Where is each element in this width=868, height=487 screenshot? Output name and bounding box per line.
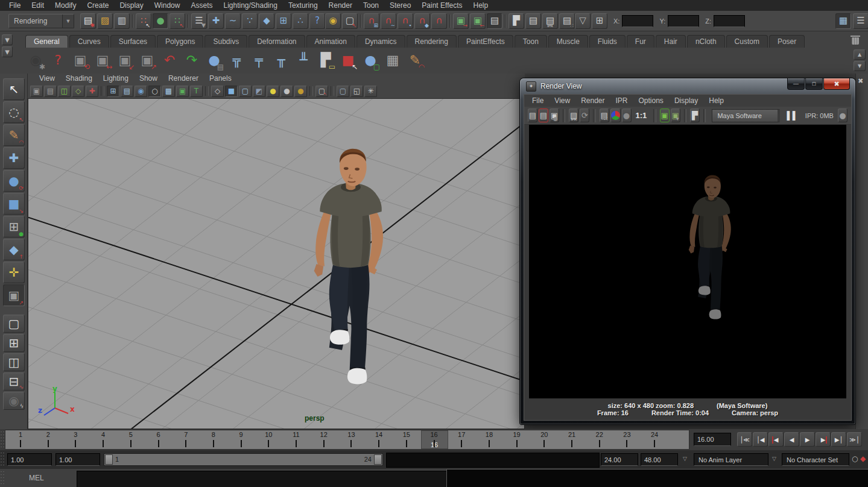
- save-scene-icon[interactable]: ▥: [114, 13, 130, 29]
- camera-dolly-icon[interactable]: ▣↙: [115, 50, 135, 71]
- menu-assets[interactable]: Assets: [185, 0, 218, 11]
- open-render-settings-icon[interactable]: ▛: [690, 108, 700, 122]
- new-scene-icon[interactable]: ▤✱: [80, 13, 96, 29]
- character-set-menu-icon[interactable]: ▽: [772, 456, 776, 462]
- shelf-menu-icon[interactable]: ▾: [2, 46, 13, 57]
- channel-slider-icon[interactable]: ☰: [853, 13, 868, 29]
- render-current-frame-icon[interactable]: ▤: [539, 108, 548, 122]
- bookmark-icon[interactable]: ◫: [58, 86, 71, 97]
- maximize-button[interactable]: □: [805, 78, 823, 90]
- graph-pane-layout-icon[interactable]: ⊟∿: [3, 372, 25, 391]
- menu-help[interactable]: Help: [468, 0, 494, 11]
- bounding-box-icon[interactable]: ▢: [239, 86, 252, 97]
- menu-show[interactable]: Show: [134, 74, 163, 84]
- render-image-canvas[interactable]: [529, 125, 846, 398]
- magnet-grid-icon[interactable]: ∩⊞: [364, 13, 379, 29]
- undo-view-change-icon[interactable]: ↶: [159, 50, 180, 71]
- close-button[interactable]: ✖: [823, 78, 850, 90]
- shelf-tab-general[interactable]: General: [25, 35, 68, 48]
- range-start-handle[interactable]: [105, 454, 113, 465]
- xray-icon[interactable]: ▢: [337, 86, 349, 97]
- auto-keyframe-icon[interactable]: ◆: [860, 454, 866, 463]
- camera-zoom-icon[interactable]: ▣↗: [137, 50, 157, 71]
- menu-options[interactable]: Options: [633, 95, 669, 107]
- safe-title-icon[interactable]: T: [190, 86, 203, 97]
- command-input[interactable]: [77, 471, 447, 487]
- shelf-tab-rendering[interactable]: Rendering: [407, 35, 457, 48]
- character-model[interactable]: [290, 145, 412, 395]
- select-tool-icon[interactable]: ↖: [3, 78, 25, 100]
- display-menu-icon[interactable]: ▽: [575, 13, 591, 29]
- animation-start-input[interactable]: [7, 453, 52, 466]
- menu-render[interactable]: Render: [323, 0, 358, 11]
- safe-action-icon[interactable]: ▣: [176, 86, 189, 97]
- assign-material-icon[interactable]: ■↖: [338, 50, 358, 71]
- select-component-icon[interactable]: ∷↖: [169, 13, 185, 29]
- pause-ipr-button[interactable]: ▌▌: [784, 111, 800, 120]
- output-connection-icon[interactable]: ▣←: [470, 13, 486, 29]
- shelf-tab-muscle[interactable]: Muscle: [548, 35, 588, 48]
- shelf-tab-ncloth[interactable]: nCloth: [687, 35, 725, 48]
- grid-toggle-icon[interactable]: ⊞: [107, 86, 119, 97]
- 2d-pan-zoom-icon[interactable]: ✚: [86, 86, 98, 97]
- playback-range-slider[interactable]: 1 24: [104, 453, 383, 466]
- unparent-nodes-icon[interactable]: ╨: [293, 50, 314, 71]
- menu-modify[interactable]: Modify: [49, 0, 81, 11]
- playback-start-input[interactable]: [55, 453, 100, 466]
- step-back-key-button[interactable]: ◀: [768, 432, 784, 447]
- rotate-tool-icon[interactable]: ●⟳: [3, 170, 25, 192]
- menu-texturing[interactable]: Texturing: [283, 0, 323, 11]
- character-set-select[interactable]: No Character Set: [782, 453, 849, 466]
- render-help-icon[interactable]: ?: [48, 50, 68, 71]
- play-forward-button[interactable]: ▶: [800, 432, 815, 447]
- default-light-icon[interactable]: ●: [280, 86, 293, 97]
- shelf-tab-hair[interactable]: Hair: [656, 35, 686, 48]
- current-time-input[interactable]: [694, 433, 731, 446]
- smooth-shade-icon[interactable]: ■: [225, 86, 238, 97]
- renderer-select[interactable]: Maya Software: [712, 109, 780, 122]
- menu-lighting[interactable]: Lighting: [98, 74, 134, 84]
- render-sequence-icon[interactable]: ▤∷: [559, 13, 575, 29]
- snap-point-icon[interactable]: ∵: [242, 13, 258, 29]
- shelf-tab-poser[interactable]: Poser: [769, 35, 805, 48]
- move-tool-icon[interactable]: ✚: [3, 147, 25, 169]
- use-all-lights-icon[interactable]: ●: [267, 86, 279, 97]
- menu-create[interactable]: Create: [81, 0, 114, 11]
- render-view-window[interactable]: ✦ Render View — □ ✖ FileViewRenderIPROpt…: [520, 78, 855, 424]
- magnet-curve-icon[interactable]: ∩∼: [381, 13, 396, 29]
- menu-display[interactable]: Display: [114, 0, 148, 11]
- hypershade-dragon-icon[interactable]: ◉ϟ: [3, 392, 25, 410]
- input-connection-icon[interactable]: ▣→: [453, 13, 469, 29]
- shelf-tab-toggle-icon[interactable]: ▾: [2, 34, 13, 45]
- field-chart-icon[interactable]: ▩: [162, 86, 175, 97]
- minimize-button[interactable]: —: [787, 78, 805, 90]
- region-render-icon[interactable]: ▤∷: [600, 108, 609, 122]
- shelf-tab-surfaces[interactable]: Surfaces: [110, 35, 156, 48]
- render-view-titlebar[interactable]: ✦ Render View — □ ✖: [520, 78, 855, 94]
- go-to-start-button[interactable]: │≪: [737, 432, 752, 447]
- paint-select-tool-icon[interactable]: ✎◠: [3, 124, 25, 146]
- help-mode-icon[interactable]: ?: [309, 13, 325, 29]
- spreadsheet-icon[interactable]: ▦: [835, 13, 851, 29]
- shelf-tab-painteffects[interactable]: PaintEffects: [458, 35, 513, 48]
- layout-grid-icon[interactable]: ⊞: [592, 13, 607, 29]
- step-back-frame-button[interactable]: │◀: [753, 432, 768, 447]
- select-hierarchy-icon[interactable]: ∷↖: [136, 13, 151, 29]
- film-gate-icon[interactable]: ▤: [121, 86, 133, 97]
- play-backwards-button[interactable]: ◀: [784, 432, 799, 447]
- material-sample-icon[interactable]: ●▢: [360, 50, 381, 71]
- magnet-plane-icon[interactable]: ∩◆: [414, 13, 430, 29]
- y-field[interactable]: [668, 15, 699, 27]
- menu-file[interactable]: File: [527, 95, 549, 107]
- viewport-canvas[interactable]: y x z persp: [28, 98, 525, 429]
- x-field[interactable]: [622, 15, 653, 27]
- open-scene-icon[interactable]: ▨: [97, 13, 113, 29]
- last-tool-camera-icon[interactable]: ▣↗: [3, 284, 25, 306]
- snap-menu-icon[interactable]: ☰▼: [191, 13, 207, 29]
- ipr-render-icon[interactable]: ▤IPR: [569, 108, 578, 122]
- menu-paint-effects[interactable]: Paint Effects: [416, 0, 467, 11]
- gate-mask-icon[interactable]: ○: [148, 86, 161, 97]
- redo-view-change-icon[interactable]: ↷: [182, 50, 202, 71]
- remove-image-icon[interactable]: ▣▾: [671, 108, 680, 122]
- drag-handle[interactable]: [0, 451, 5, 468]
